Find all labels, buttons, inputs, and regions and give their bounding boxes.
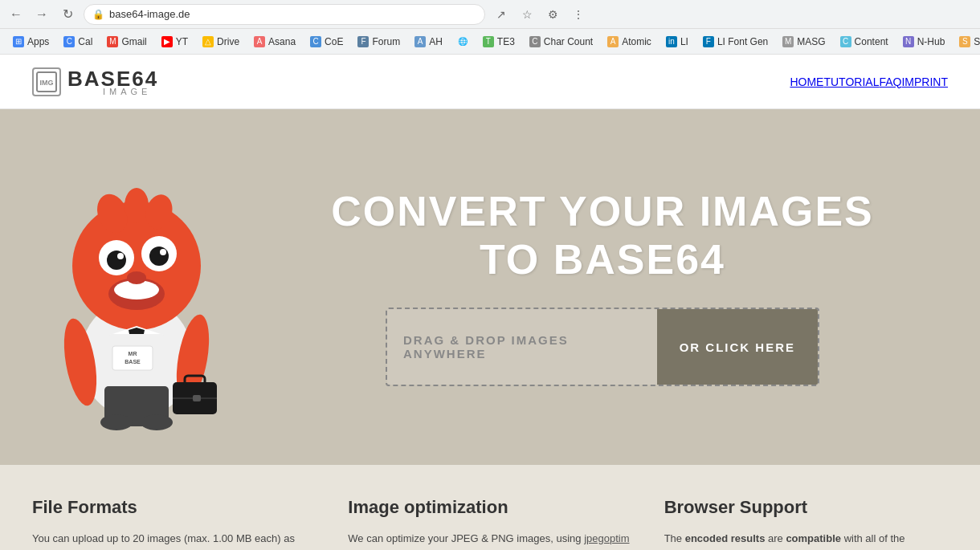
bookmark-gmail[interactable]: M Gmail (100, 34, 153, 50)
bookmark-li-label: LI (680, 36, 688, 47)
hero-content: CONVERT YOUR IMAGES TO BASE64 DRAG & DRO… (241, 188, 948, 387)
forum-icon: F (357, 36, 369, 47)
forward-button[interactable]: → (32, 5, 51, 24)
lock-icon: 🔒 (92, 9, 104, 20)
bookmark-li-font-gen[interactable]: F LI Font Gen (696, 34, 774, 50)
logo-area[interactable]: IMG BASE64 IMAGE (32, 55, 158, 108)
drive-icon: △ (202, 36, 214, 47)
svg-point-6 (107, 251, 126, 270)
extension-button[interactable]: ⚙ (543, 5, 562, 24)
svg-point-8 (117, 253, 124, 259)
svg-point-7 (149, 246, 169, 266)
svg-point-11 (125, 188, 149, 223)
bookmark-yt-label: YT (176, 36, 188, 47)
nav-home[interactable]: HOME (790, 75, 823, 88)
li-font-gen-icon: F (703, 36, 714, 47)
optimization-col: Image optimization We can optimize your … (348, 497, 631, 550)
charcount-icon: C (529, 36, 541, 47)
hero-title-line2: TO BASE64 (480, 236, 725, 283)
suntrust-icon: S (959, 36, 970, 47)
svg-point-27 (100, 414, 133, 430)
bookmark-coe-label: CoE (325, 36, 343, 47)
site-header: IMG BASE64 IMAGE HOME TUTORIAL FAQ IMPRI… (0, 55, 980, 109)
address-bar[interactable]: 🔒 base64-image.de (84, 4, 485, 25)
bookmark-ah[interactable]: A AH (408, 34, 449, 50)
browser-bar: ← → ↻ 🔒 base64-image.de ↗ ☆ ⚙ ⋮ (0, 0, 980, 29)
svg-text:BASE: BASE (125, 359, 141, 365)
asana-icon: A (254, 36, 265, 47)
bookmark-globe[interactable]: 🌐 (451, 34, 475, 50)
cal-icon: C (63, 36, 75, 47)
svg-text:MR: MR (129, 351, 137, 356)
hero-section: MR BASE CONVERT YOUR IMAGES TO BASE64 DR… (0, 109, 980, 465)
file-formats-col: File Formats You can upload up to 20 ima… (32, 497, 316, 550)
bookmark-forum[interactable]: F Forum (351, 34, 406, 50)
menu-button[interactable]: ⋮ (569, 5, 588, 24)
browser-support-col: Browser Support The encoded results are … (664, 497, 948, 550)
click-here-button[interactable]: OR CLICK HERE (657, 309, 818, 385)
bookmark-yt[interactable]: ▶ YT (155, 34, 194, 50)
encoded-results-text: encoded results (685, 532, 766, 544)
file-formats-heading: File Formats (32, 497, 316, 518)
svg-rect-24 (112, 346, 153, 370)
bookmark-asana[interactable]: A Asana (247, 34, 302, 50)
masg-icon: M (782, 36, 794, 47)
mascot: MR BASE (32, 141, 241, 433)
logo-subtext: IMAGE (103, 87, 158, 96)
jpegoptim-link[interactable]: jpegoptim (584, 532, 629, 544)
svg-point-15 (127, 271, 146, 284)
nhub-icon: N (903, 36, 914, 47)
url-text: base64-image.de (109, 8, 190, 20)
svg-point-9 (160, 249, 166, 255)
bookmark-li-font-gen-label: LI Font Gen (717, 36, 768, 47)
coe-icon: C (310, 36, 321, 47)
hero-title: CONVERT YOUR IMAGES TO BASE64 (331, 188, 874, 284)
nav-tutorial[interactable]: TUTORIAL (823, 75, 879, 88)
bookmarks-bar: ⊞ Apps C Cal M Gmail ▶ YT △ Drive A Asan… (0, 29, 980, 55)
share-button[interactable]: ↗ (492, 5, 511, 24)
globe-icon: 🌐 (457, 36, 468, 47)
bookmark-suntrust-label: SunTrust (974, 36, 980, 47)
bookmark-drive-label: Drive (217, 36, 239, 47)
bookmark-li[interactable]: in LI (659, 34, 695, 50)
svg-rect-23 (193, 395, 201, 401)
bookmark-button[interactable]: ☆ (517, 5, 537, 24)
bookmark-apps[interactable]: ⊞ Apps (6, 34, 55, 50)
bookmark-charcount[interactable]: C Char Count (523, 34, 599, 50)
bookmark-nhub[interactable]: N N-Hub (896, 34, 952, 50)
file-formats-para1: You can upload up to 20 images (max. 1.0… (32, 531, 316, 550)
li-icon: in (666, 36, 677, 47)
refresh-button[interactable]: ↻ (58, 5, 77, 24)
bookmark-te3[interactable]: T TE3 (476, 34, 521, 50)
site-nav: HOME TUTORIAL FAQ IMPRINT (790, 75, 948, 88)
back-button[interactable]: ← (6, 5, 26, 24)
bookmark-suntrust[interactable]: S SunTrust (953, 34, 980, 50)
bookmark-masg[interactable]: M MASG (776, 34, 831, 50)
bookmark-drive[interactable]: △ Drive (196, 34, 246, 50)
drag-drop-label: DRAG & DROP IMAGES ANYWHERE (403, 333, 641, 361)
bookmark-asana-label: Asana (268, 36, 296, 47)
apps-icon: ⊞ (13, 36, 24, 47)
bookmark-charcount-label: Char Count (544, 36, 593, 47)
logo-icon: IMG (32, 67, 61, 96)
bookmark-apps-label: Apps (27, 36, 49, 47)
te3-icon: T (483, 36, 494, 47)
bookmark-coe[interactable]: C CoE (304, 34, 349, 50)
optimization-heading: Image optimization (348, 497, 631, 518)
nav-imprint[interactable]: IMPRINT (901, 75, 948, 88)
browser-support-intro: The encoded results are compatible with … (664, 531, 948, 550)
atomic-icon: A (607, 36, 619, 47)
upload-area[interactable]: DRAG & DROP IMAGES ANYWHERE OR CLICK HER… (386, 308, 819, 386)
bookmark-content[interactable]: C Content (834, 34, 895, 50)
info-section: File Formats You can upload up to 20 ima… (0, 465, 980, 550)
bookmark-atomic[interactable]: A Atomic (601, 34, 658, 50)
bookmark-cal[interactable]: C Cal (57, 34, 99, 50)
optimization-para1: We can optimize your JPEG & PNG images, … (348, 531, 631, 550)
bookmark-ah-label: AH (429, 36, 443, 47)
drag-drop-zone[interactable]: DRAG & DROP IMAGES ANYWHERE (387, 309, 657, 385)
bookmark-atomic-label: Atomic (622, 36, 651, 47)
nav-faq[interactable]: FAQ (879, 75, 901, 88)
compatible-text: compatible (786, 532, 841, 544)
hero-title-line1: CONVERT YOUR IMAGES (331, 188, 874, 234)
bookmark-cal-label: Cal (78, 36, 92, 47)
